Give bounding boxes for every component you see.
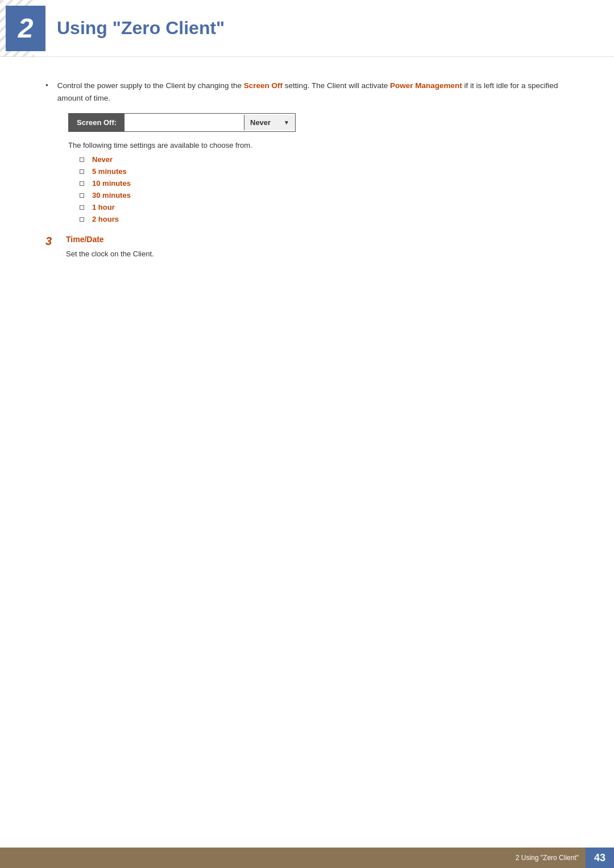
- option-5min: 5 minutes: [92, 167, 127, 176]
- chapter-number: 2: [18, 13, 34, 44]
- chapter-badge: 2: [6, 6, 45, 51]
- bullet-intro: Control the power supply to the Client b…: [57, 81, 242, 90]
- bullet-text: Control the power supply to the Client b…: [57, 80, 569, 104]
- section-3-content: Time/Date Set the clock on the Client.: [66, 235, 569, 260]
- dropdown-value: Never: [250, 118, 271, 127]
- time-options-list: Never 5 minutes 10 minutes 30 minutes 1 …: [80, 155, 569, 223]
- option-2hours: 2 hours: [92, 215, 119, 223]
- screen-off-label: Screen Off:: [69, 114, 125, 131]
- list-item: 5 minutes: [80, 167, 569, 176]
- bullet-mid: setting. The Client will activate: [285, 81, 388, 90]
- list-item: Never: [80, 155, 569, 164]
- footer-chapter-text: 2 Using "Zero Client": [516, 854, 586, 862]
- bullet-dot: ●: [45, 82, 48, 88]
- sub-bullet-icon: [80, 157, 84, 162]
- footer-page-number: 43: [586, 848, 614, 868]
- screen-off-dropdown[interactable]: Never ▼: [244, 115, 295, 130]
- section-3-description: Set the clock on the Client.: [66, 248, 569, 260]
- sub-bullet-icon: [80, 217, 84, 222]
- list-item: 30 minutes: [80, 191, 569, 200]
- page-footer: 2 Using "Zero Client" 43: [0, 848, 614, 868]
- following-text: The following time settings are availabl…: [68, 141, 569, 149]
- option-10min: 10 minutes: [92, 179, 131, 188]
- content-area: ● Control the power supply to the Client…: [0, 57, 614, 306]
- sub-bullet-icon: [80, 181, 84, 186]
- section-3-title: Time/Date: [66, 235, 569, 244]
- screen-off-widget: Screen Off: Never ▼: [68, 113, 296, 132]
- list-item: 1 hour: [80, 203, 569, 211]
- chapter-title: Using "Zero Client": [57, 18, 225, 39]
- list-item: 2 hours: [80, 215, 569, 223]
- sub-bullet-icon: [80, 193, 84, 198]
- section-3-number: 3: [45, 235, 57, 248]
- option-never: Never: [92, 155, 113, 164]
- bullet-section: ● Control the power supply to the Client…: [45, 80, 569, 223]
- section-3: 3 Time/Date Set the clock on the Client.: [45, 235, 569, 260]
- sub-bullet-icon: [80, 205, 84, 210]
- highlight-power-mgmt: Power Management: [390, 81, 462, 90]
- page-header: 2 Using "Zero Client": [0, 0, 614, 57]
- sub-bullet-icon: [80, 169, 84, 174]
- list-item: 10 minutes: [80, 179, 569, 188]
- highlight-screen-off: Screen Off: [244, 81, 283, 90]
- bullet-item-screen-off: ● Control the power supply to the Client…: [45, 80, 569, 104]
- dropdown-arrow-icon: ▼: [284, 119, 289, 126]
- option-1hour: 1 hour: [92, 203, 115, 211]
- option-30min: 30 minutes: [92, 191, 131, 200]
